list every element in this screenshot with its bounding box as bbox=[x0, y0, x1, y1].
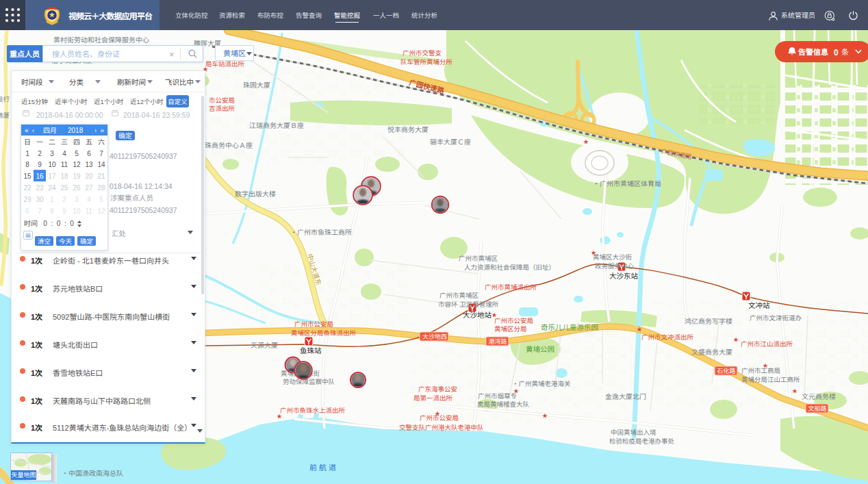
svg-text:广州市文津街道办: 广州市文津街道办 bbox=[750, 313, 802, 322]
svg-text:广州市公安局: 广州市公安局 bbox=[294, 319, 333, 329]
svg-text:人力资源和社会保障局（旧址）: 人力资源和社会保障局（旧址） bbox=[464, 262, 555, 272]
svg-text:卖局黄埔稽查大队: 卖局黄埔稽查大队 bbox=[477, 399, 530, 409]
svg-text:文船路: 文船路 bbox=[808, 404, 827, 413]
svg-text:★: ★ bbox=[792, 387, 797, 394]
svg-text:广州市鱼珠水上派出所: 广州市鱼珠水上派出所 bbox=[280, 405, 346, 415]
svg-text:珠园大厦: 珠园大厦 bbox=[243, 79, 270, 90]
svg-text:珠商务中心Ａ座: 珠商务中心Ａ座 bbox=[205, 140, 253, 150]
svg-text:数字出版大楼: 数字出版大楼 bbox=[235, 188, 276, 199]
svg-text:广州市黄埔派出所: 广州市黄埔派出所 bbox=[485, 282, 537, 292]
svg-text:悦丰商务大厦: 悦丰商务大厦 bbox=[387, 124, 429, 134]
svg-text:广州市交警支: 广州市交警支 bbox=[403, 48, 442, 58]
svg-text:广州市文冲派出所: 广州市文冲派出所 bbox=[641, 332, 694, 342]
svg-text:广州市黄埔区: 广州市黄埔区 bbox=[439, 290, 479, 300]
svg-text:大沙地站: 大沙地站 bbox=[463, 309, 492, 320]
svg-text:商厦: 商厦 bbox=[0, 110, 10, 120]
svg-text:鱼珠站: 鱼珠站 bbox=[300, 345, 322, 355]
svg-text:·中国渔政南海总队: ·中国渔政南海总队 bbox=[62, 468, 123, 478]
svg-text:吉派出所: 吉派出所 bbox=[209, 103, 235, 113]
svg-text:金逸大厦北门: 金逸大厦北门 bbox=[605, 391, 646, 401]
svg-text:文冲站: 文冲站 bbox=[748, 300, 770, 310]
svg-text:队车管所黄埔分所: 队车管所黄埔分所 bbox=[400, 57, 453, 66]
svg-text:黄村街劳动和社会保障服务中心: 黄村街劳动和社会保障服务中心 bbox=[53, 34, 149, 44]
svg-text:★: ★ bbox=[733, 335, 739, 343]
svg-text:文元商务楼: 文元商务楼 bbox=[802, 391, 836, 401]
svg-text:天源大厦: 天源大厦 bbox=[251, 340, 278, 350]
svg-text:广州市江山派出所: 广州市江山派出所 bbox=[741, 339, 793, 348]
svg-text:文盛商务大厦: 文盛商务大厦 bbox=[691, 346, 732, 357]
svg-text:中国黄埔出入境: 中国黄埔出入境 bbox=[611, 427, 656, 437]
svg-text:骊丰大厦Ｃ座: 骊丰大厦Ｃ座 bbox=[430, 136, 471, 147]
svg-text:黄埔公园: 黄埔公园 bbox=[526, 344, 554, 354]
svg-text:劳动保障监察中队: 劳动保障监察中队 bbox=[283, 377, 335, 386]
svg-text:黄埔区大沙街: 黄埔区大沙街 bbox=[593, 252, 633, 262]
svg-text:广州市工商局: 广州市工商局 bbox=[741, 366, 780, 375]
svg-text:·广州黄埔老港海关: ·广州黄埔老港海关 bbox=[512, 379, 571, 388]
svg-text:石化路: 石化路 bbox=[717, 366, 736, 375]
svg-text:黄埔区分局鱼珠派出所: 黄埔区分局鱼珠派出所 bbox=[291, 328, 357, 337]
svg-text:局第一派出所: 局第一派出所 bbox=[413, 393, 453, 403]
svg-text:大沙地西: 大沙地西 bbox=[422, 332, 447, 341]
svg-text:政务服务中心: 政务服务中心 bbox=[595, 261, 635, 270]
svg-text:奇乐儿儿童游乐园: 奇乐儿儿童游乐园 bbox=[541, 322, 598, 332]
svg-text:·广州市黄埔区体育局: ·广州市黄埔区体育局 bbox=[593, 178, 661, 188]
svg-text:检验检疫局老港办事处: 检验检疫局老港办事处 bbox=[609, 436, 675, 446]
svg-text:广州市黄埔区: 广州市黄埔区 bbox=[459, 253, 498, 263]
svg-text:港湾路: 港湾路 bbox=[489, 337, 507, 346]
svg-text:★: ★ bbox=[542, 411, 548, 419]
svg-text:市容环 卫监督管理所: 市容环 卫监督管理所 bbox=[438, 299, 499, 309]
svg-text:大沙东站: 大沙东站 bbox=[609, 270, 638, 281]
svg-text:黄埔区分局: 黄埔区分局 bbox=[494, 324, 527, 333]
svg-text:★: ★ bbox=[583, 138, 589, 145]
svg-text:广东海事公安: 广东海事公安 bbox=[418, 384, 457, 394]
svg-text:交警支队广州港大队老港中队: 交警支队广州港大队老港中队 bbox=[399, 422, 484, 432]
svg-text:广州市公安局: 广州市公安局 bbox=[420, 413, 459, 422]
svg-text:银行: 银行 bbox=[0, 94, 10, 103]
svg-text:·广州市鱼珠工商所: ·广州市鱼珠工商所 bbox=[290, 227, 352, 237]
svg-text:黄埔分局江山工商所: 黄埔分局江山工商所 bbox=[741, 374, 800, 384]
svg-text:前航道: 前航道 bbox=[309, 461, 338, 472]
svg-text:鸿亿商务写字楼: 鸿亿商务写字楼 bbox=[685, 316, 732, 326]
svg-text:江瑞商务大厦Ｂ座: 江瑞商务大厦Ｂ座 bbox=[249, 120, 304, 130]
